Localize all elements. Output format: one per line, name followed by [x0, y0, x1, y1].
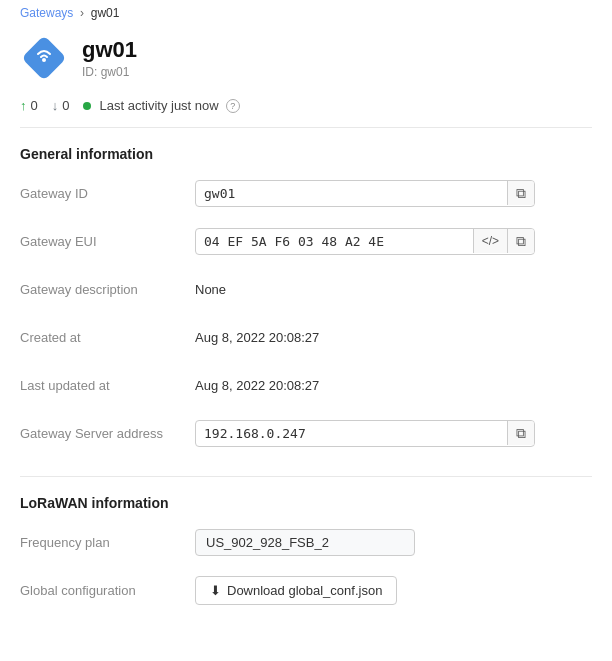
gateway-id-field-value: gw01 ⧉: [195, 180, 592, 207]
gateway-title-block: gw01 ID: gw01: [82, 37, 137, 79]
code-icon: </>: [482, 234, 499, 248]
freq-plan-display: US_902_928_FSB_2: [195, 529, 415, 556]
copy-server-button[interactable]: ⧉: [507, 421, 534, 445]
copy-eui-icon: ⧉: [516, 234, 526, 248]
activity-row: ↑ 0 ↓ 0 Last activity just now ?: [0, 92, 612, 127]
gateway-id-row: Gateway ID gw01 ⧉: [20, 178, 592, 208]
upload-count: ↑ 0: [20, 98, 38, 113]
created-at-row: Created at Aug 8, 2022 20:08:27: [20, 322, 592, 352]
created-at-label: Created at: [20, 330, 195, 345]
lorawan-title: LoRaWAN information: [20, 495, 592, 511]
gateway-id-field-label: Gateway ID: [20, 186, 195, 201]
arrow-down-icon: ↓: [52, 98, 59, 113]
breadcrumb-parent[interactable]: Gateways: [20, 6, 73, 20]
gateway-header: gw01 ID: gw01: [0, 20, 612, 92]
last-updated-label: Last updated at: [20, 378, 195, 393]
last-activity: Last activity just now ?: [83, 98, 239, 113]
lorawan-section: LoRaWAN information Frequency plan US_90…: [0, 477, 612, 633]
svg-point-1: [42, 58, 46, 62]
gateway-server-value: 192.168.0.247 ⧉: [195, 420, 592, 447]
gateway-icon: [20, 34, 68, 82]
help-icon[interactable]: ?: [226, 99, 240, 113]
download-count: ↓ 0: [52, 98, 70, 113]
gateway-id-input-wrap: gw01 ⧉: [195, 180, 535, 207]
global-config-row: Global configuration ⬇ Download global_c…: [20, 575, 592, 605]
download-icon: ⬇: [210, 583, 221, 598]
gateway-desc-label: Gateway description: [20, 282, 195, 297]
copy-eui-button[interactable]: ⧉: [507, 229, 534, 253]
gateway-server-label: Gateway Server address: [20, 426, 195, 441]
last-updated-row: Last updated at Aug 8, 2022 20:08:27: [20, 370, 592, 400]
gateway-eui-field-label: Gateway EUI: [20, 234, 195, 249]
gateway-eui-row: Gateway EUI 04 EF 5A F6 03 48 A2 4E </> …: [20, 226, 592, 256]
gateway-server-row: Gateway Server address 192.168.0.247 ⧉: [20, 418, 592, 448]
global-config-value: ⬇ Download global_conf.json: [195, 576, 592, 605]
general-info-section: General information Gateway ID gw01 ⧉ Ga…: [0, 128, 612, 476]
last-updated-value: Aug 8, 2022 20:08:27: [195, 378, 592, 393]
gateway-server-display: 192.168.0.247: [196, 421, 507, 446]
copy-server-icon: ⧉: [516, 426, 526, 440]
general-info-title: General information: [20, 146, 592, 162]
global-config-label: Global configuration: [20, 583, 195, 598]
breadcrumb: Gateways › gw01: [0, 0, 612, 20]
freq-plan-label: Frequency plan: [20, 535, 195, 550]
gateway-name: gw01: [82, 37, 137, 63]
online-dot: [83, 102, 91, 110]
eui-code-button[interactable]: </>: [473, 229, 507, 253]
breadcrumb-current: gw01: [91, 6, 120, 20]
gateway-server-input-wrap: 192.168.0.247 ⧉: [195, 420, 535, 447]
gateway-eui-input-wrap: 04 EF 5A F6 03 48 A2 4E </> ⧉: [195, 228, 535, 255]
gateway-id-label: ID: gw01: [82, 65, 137, 79]
arrow-up-icon: ↑: [20, 98, 27, 113]
copy-gateway-id-button[interactable]: ⧉: [507, 181, 534, 205]
freq-plan-row: Frequency plan US_902_928_FSB_2: [20, 527, 592, 557]
created-at-value: Aug 8, 2022 20:08:27: [195, 330, 592, 345]
freq-plan-value: US_902_928_FSB_2: [195, 529, 592, 556]
gateway-eui-field-value: 04 EF 5A F6 03 48 A2 4E </> ⧉: [195, 228, 592, 255]
gateway-eui-display: 04 EF 5A F6 03 48 A2 4E: [196, 229, 473, 254]
gateway-desc-row: Gateway description None: [20, 274, 592, 304]
download-global-conf-button[interactable]: ⬇ Download global_conf.json: [195, 576, 397, 605]
copy-icon: ⧉: [516, 186, 526, 200]
download-label: Download global_conf.json: [227, 583, 382, 598]
gateway-desc-value: None: [195, 282, 592, 297]
gateway-id-display: gw01: [196, 181, 507, 206]
